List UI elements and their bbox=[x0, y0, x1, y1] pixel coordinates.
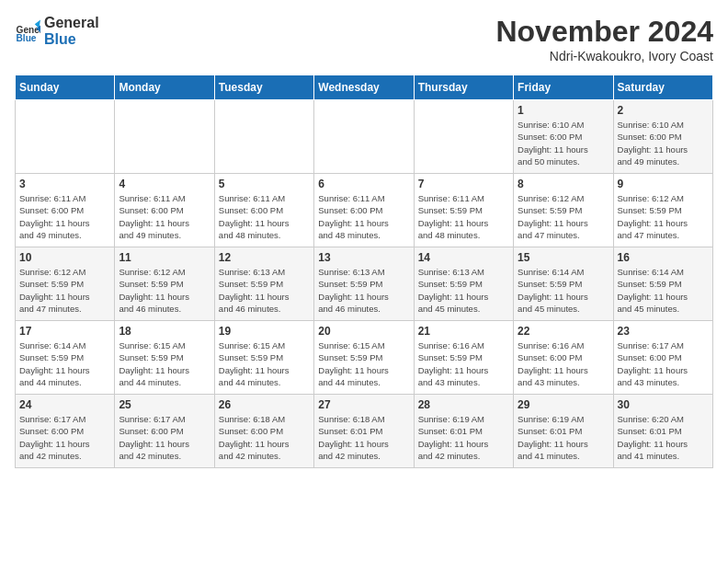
day-info: Sunrise: 6:12 AM Sunset: 5:59 PM Dayligh… bbox=[19, 266, 110, 315]
day-info: Sunrise: 6:10 AM Sunset: 6:00 PM Dayligh… bbox=[518, 119, 609, 167]
day-info: Sunrise: 6:17 AM Sunset: 6:00 PM Dayligh… bbox=[19, 413, 110, 462]
calendar-cell bbox=[314, 100, 414, 174]
day-number: 13 bbox=[318, 251, 409, 264]
calendar-cell: 19Sunrise: 6:15 AM Sunset: 5:59 PM Dayli… bbox=[214, 321, 313, 395]
header-row: SundayMondayTuesdayWednesdayThursdayFrid… bbox=[16, 75, 713, 100]
calendar-cell: 17Sunrise: 6:14 AM Sunset: 5:59 PM Dayli… bbox=[16, 321, 115, 395]
header-day-friday: Friday bbox=[514, 75, 613, 100]
calendar-cell: 28Sunrise: 6:19 AM Sunset: 6:01 PM Dayli… bbox=[414, 395, 513, 468]
day-number: 24 bbox=[19, 398, 110, 411]
calendar-cell: 24Sunrise: 6:17 AM Sunset: 6:00 PM Dayli… bbox=[16, 395, 115, 468]
day-number: 29 bbox=[518, 398, 609, 411]
day-info: Sunrise: 6:13 AM Sunset: 5:59 PM Dayligh… bbox=[318, 266, 409, 315]
day-info: Sunrise: 6:11 AM Sunset: 6:00 PM Dayligh… bbox=[318, 192, 409, 241]
day-number: 14 bbox=[418, 251, 509, 264]
calendar-cell: 14Sunrise: 6:13 AM Sunset: 5:59 PM Dayli… bbox=[414, 247, 513, 321]
calendar-body: 1Sunrise: 6:10 AM Sunset: 6:00 PM Daylig… bbox=[16, 100, 713, 468]
day-number: 15 bbox=[518, 251, 609, 264]
logo-icon: General Blue bbox=[15, 18, 40, 44]
location-subtitle: Ndri-Kwakoukro, Ivory Coast bbox=[495, 49, 713, 63]
day-info: Sunrise: 6:13 AM Sunset: 5:59 PM Dayligh… bbox=[418, 266, 509, 315]
calendar-cell: 23Sunrise: 6:17 AM Sunset: 6:00 PM Dayli… bbox=[613, 321, 712, 395]
week-row-4: 17Sunrise: 6:14 AM Sunset: 5:59 PM Dayli… bbox=[16, 321, 713, 395]
day-info: Sunrise: 6:19 AM Sunset: 6:01 PM Dayligh… bbox=[518, 413, 609, 462]
day-number: 17 bbox=[19, 325, 110, 338]
calendar-cell: 5Sunrise: 6:11 AM Sunset: 6:00 PM Daylig… bbox=[214, 174, 313, 247]
calendar-cell bbox=[414, 100, 513, 174]
calendar-cell: 2Sunrise: 6:10 AM Sunset: 6:00 PM Daylig… bbox=[613, 100, 712, 174]
day-info: Sunrise: 6:13 AM Sunset: 5:59 PM Dayligh… bbox=[219, 266, 310, 315]
day-number: 27 bbox=[318, 398, 409, 411]
day-number: 23 bbox=[618, 325, 709, 338]
header-day-saturday: Saturday bbox=[613, 75, 712, 100]
calendar-cell: 10Sunrise: 6:12 AM Sunset: 5:59 PM Dayli… bbox=[16, 247, 115, 321]
header-day-tuesday: Tuesday bbox=[214, 75, 313, 100]
calendar-cell: 9Sunrise: 6:12 AM Sunset: 5:59 PM Daylig… bbox=[613, 174, 712, 247]
day-number: 20 bbox=[318, 325, 409, 338]
calendar-cell: 7Sunrise: 6:11 AM Sunset: 5:59 PM Daylig… bbox=[414, 174, 513, 247]
day-info: Sunrise: 6:17 AM Sunset: 6:00 PM Dayligh… bbox=[618, 339, 709, 388]
day-number: 3 bbox=[19, 178, 110, 190]
week-row-1: 1Sunrise: 6:10 AM Sunset: 6:00 PM Daylig… bbox=[16, 100, 713, 174]
day-number: 21 bbox=[418, 325, 509, 338]
day-info: Sunrise: 6:20 AM Sunset: 6:01 PM Dayligh… bbox=[618, 413, 709, 462]
day-number: 6 bbox=[318, 178, 409, 190]
day-number: 10 bbox=[19, 251, 110, 264]
day-info: Sunrise: 6:11 AM Sunset: 5:59 PM Dayligh… bbox=[418, 192, 509, 241]
day-info: Sunrise: 6:12 AM Sunset: 5:59 PM Dayligh… bbox=[618, 192, 709, 241]
calendar-cell: 16Sunrise: 6:14 AM Sunset: 5:59 PM Dayli… bbox=[613, 247, 712, 321]
day-number: 8 bbox=[518, 178, 609, 190]
day-info: Sunrise: 6:11 AM Sunset: 6:00 PM Dayligh… bbox=[19, 192, 110, 241]
calendar-table: SundayMondayTuesdayWednesdayThursdayFrid… bbox=[15, 75, 713, 468]
day-number: 4 bbox=[119, 178, 210, 190]
calendar-cell bbox=[16, 100, 115, 174]
title-area: November 2024 Ndri-Kwakoukro, Ivory Coas… bbox=[495, 15, 713, 63]
calendar-cell: 1Sunrise: 6:10 AM Sunset: 6:00 PM Daylig… bbox=[514, 100, 613, 174]
header-day-sunday: Sunday bbox=[16, 75, 115, 100]
day-number: 16 bbox=[618, 251, 709, 264]
day-info: Sunrise: 6:12 AM Sunset: 5:59 PM Dayligh… bbox=[119, 266, 210, 315]
calendar-cell bbox=[115, 100, 214, 174]
calendar-cell: 11Sunrise: 6:12 AM Sunset: 5:59 PM Dayli… bbox=[115, 247, 214, 321]
calendar-cell bbox=[214, 100, 313, 174]
day-number: 5 bbox=[219, 178, 310, 190]
day-info: Sunrise: 6:14 AM Sunset: 5:59 PM Dayligh… bbox=[518, 266, 609, 315]
day-number: 28 bbox=[418, 398, 509, 411]
day-number: 9 bbox=[618, 178, 709, 190]
week-row-5: 24Sunrise: 6:17 AM Sunset: 6:00 PM Dayli… bbox=[16, 395, 713, 468]
day-info: Sunrise: 6:16 AM Sunset: 6:00 PM Dayligh… bbox=[518, 339, 609, 388]
month-title: November 2024 bbox=[495, 15, 713, 49]
day-info: Sunrise: 6:10 AM Sunset: 6:00 PM Dayligh… bbox=[618, 119, 709, 167]
calendar-cell: 27Sunrise: 6:18 AM Sunset: 6:01 PM Dayli… bbox=[314, 395, 414, 468]
calendar-cell: 12Sunrise: 6:13 AM Sunset: 5:59 PM Dayli… bbox=[214, 247, 313, 321]
logo-general: General bbox=[44, 15, 99, 31]
day-number: 2 bbox=[618, 104, 709, 117]
svg-text:Blue: Blue bbox=[17, 32, 37, 42]
header-day-wednesday: Wednesday bbox=[314, 75, 414, 100]
calendar-cell: 4Sunrise: 6:11 AM Sunset: 6:00 PM Daylig… bbox=[115, 174, 214, 247]
logo-blue: Blue bbox=[44, 31, 99, 48]
week-row-2: 3Sunrise: 6:11 AM Sunset: 6:00 PM Daylig… bbox=[16, 174, 713, 247]
calendar-cell: 30Sunrise: 6:20 AM Sunset: 6:01 PM Dayli… bbox=[613, 395, 712, 468]
day-number: 7 bbox=[418, 178, 509, 190]
day-info: Sunrise: 6:17 AM Sunset: 6:00 PM Dayligh… bbox=[119, 413, 210, 462]
calendar-cell: 15Sunrise: 6:14 AM Sunset: 5:59 PM Dayli… bbox=[514, 247, 613, 321]
calendar-cell: 3Sunrise: 6:11 AM Sunset: 6:00 PM Daylig… bbox=[16, 174, 115, 247]
calendar-cell: 20Sunrise: 6:15 AM Sunset: 5:59 PM Dayli… bbox=[314, 321, 414, 395]
calendar-cell: 29Sunrise: 6:19 AM Sunset: 6:01 PM Dayli… bbox=[514, 395, 613, 468]
day-info: Sunrise: 6:15 AM Sunset: 5:59 PM Dayligh… bbox=[219, 339, 310, 388]
day-info: Sunrise: 6:11 AM Sunset: 6:00 PM Dayligh… bbox=[119, 192, 210, 241]
day-number: 11 bbox=[119, 251, 210, 264]
day-info: Sunrise: 6:12 AM Sunset: 5:59 PM Dayligh… bbox=[518, 192, 609, 241]
calendar-cell: 18Sunrise: 6:15 AM Sunset: 5:59 PM Dayli… bbox=[115, 321, 214, 395]
day-info: Sunrise: 6:18 AM Sunset: 6:00 PM Dayligh… bbox=[219, 413, 310, 462]
day-info: Sunrise: 6:15 AM Sunset: 5:59 PM Dayligh… bbox=[119, 339, 210, 388]
day-number: 25 bbox=[119, 398, 210, 411]
day-number: 1 bbox=[518, 104, 609, 117]
day-number: 26 bbox=[219, 398, 310, 411]
day-number: 22 bbox=[518, 325, 609, 338]
calendar-cell: 22Sunrise: 6:16 AM Sunset: 6:00 PM Dayli… bbox=[514, 321, 613, 395]
calendar-cell: 13Sunrise: 6:13 AM Sunset: 5:59 PM Dayli… bbox=[314, 247, 414, 321]
header-day-monday: Monday bbox=[115, 75, 214, 100]
logo: General Blue General Blue bbox=[15, 15, 99, 47]
